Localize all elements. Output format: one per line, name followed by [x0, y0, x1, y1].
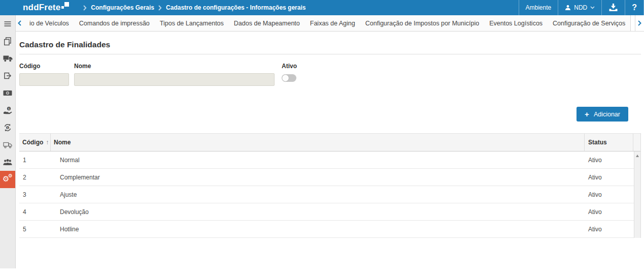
banknote-icon	[3, 90, 12, 96]
tab-tipo-de-veiculos[interactable]: io de Veículos	[24, 15, 74, 31]
user-label: NDD	[574, 4, 587, 11]
copy-pages-icon	[4, 37, 12, 46]
cell-nome: Complementar	[51, 169, 585, 186]
sidebar-item-logistics[interactable]	[0, 136, 15, 154]
chevron-right-icon	[83, 5, 87, 11]
app-header: nddFrete Configurações Gerais Cadastro d…	[0, 0, 644, 15]
tabs-scroll-left-button[interactable]	[16, 15, 23, 31]
cell-codigo: 2	[19, 169, 51, 186]
tabs-scroll-right-button[interactable]	[635, 15, 644, 31]
plus-icon: +	[585, 110, 589, 118]
sidebar-item-fleet[interactable]	[0, 50, 15, 67]
help-button[interactable]: ?	[625, 0, 644, 15]
adicionar-button[interactable]: + Adicionar	[577, 107, 628, 122]
cell-codigo: 4	[19, 203, 51, 220]
chevron-right-icon	[158, 5, 162, 11]
cell-codigo: 3	[19, 186, 51, 203]
column-header-nome[interactable]: Nome	[51, 134, 585, 151]
nome-label: Nome	[74, 63, 275, 70]
cell-status: Ativo	[585, 151, 640, 168]
sidebar-item-users[interactable]	[0, 154, 15, 171]
codigo-input[interactable]	[19, 73, 69, 86]
scroll-up-icon	[636, 155, 639, 157]
sort-ascending-icon: ↑	[46, 139, 49, 146]
header-scroll-spacer	[633, 134, 640, 151]
adicionar-label: Adicionar	[594, 111, 620, 118]
header-actions: Ambiente NDD ?	[519, 0, 644, 15]
sidebar-item-receivables[interactable]: $	[0, 102, 15, 119]
sidebar-item-money-exchange[interactable]: $	[0, 119, 15, 136]
table-row[interactable]: 1 Normal Ativo	[19, 151, 640, 169]
sidebar-item-billing[interactable]	[0, 84, 15, 102]
tab-impostos-por-municipio[interactable]: Configuração de Impostos por Município	[360, 15, 484, 31]
ambiente-button[interactable]: Ambiente	[519, 0, 558, 15]
cell-nome: Devolução	[51, 203, 585, 220]
ativo-label: Ativo	[282, 63, 297, 70]
ndd-logo-icon	[61, 2, 69, 10]
finalidade-form: Código Nome Ativo	[19, 63, 641, 86]
table-row[interactable]: 2 Complementar Ativo	[19, 169, 640, 186]
cell-nome: Normal	[51, 151, 585, 168]
cell-nome: Hotline	[51, 221, 585, 237]
svg-text:$: $	[8, 107, 10, 110]
breadcrumb: Configurações Gerais Cadastro de configu…	[83, 4, 306, 11]
download-icon	[608, 4, 618, 12]
caret-down-icon	[590, 6, 595, 9]
cell-codigo: 1	[19, 151, 51, 168]
user-menu-button[interactable]: NDD	[558, 0, 601, 15]
cell-status: Ativo	[585, 186, 640, 203]
breadcrumb-item-current: Cadastro de configurações - Informações …	[166, 4, 306, 11]
menu-icon	[4, 20, 12, 28]
users-icon	[3, 159, 12, 166]
table-body: 1 Normal Ativo 2 Complementar Ativo 3 Aj…	[19, 151, 640, 238]
truck-outline-icon	[3, 141, 13, 148]
ambiente-label: Ambiente	[526, 4, 552, 11]
truck-icon	[3, 55, 13, 62]
tab-configuracao-de-servicos[interactable]: Configuração de Serviços	[548, 15, 630, 31]
page-title: Cadastro de Finalidades	[19, 40, 641, 54]
tab-finalidades[interactable]: Finalidades	[630, 15, 635, 31]
table-row[interactable]: 4 Devolução Ativo	[19, 203, 640, 221]
cell-nome: Ajuste	[51, 186, 585, 203]
sidebar-item-export[interactable]	[0, 67, 15, 84]
toggle-knob	[282, 75, 289, 81]
tabs-strip: io de Veículos Comandos de impressão Tip…	[23, 15, 635, 31]
finalidades-table: Código ↑ Nome Status 1 Normal Ativo 2 Co…	[19, 133, 641, 238]
sidebar-toggle-menu[interactable]	[0, 15, 15, 33]
logo-text: nddFrete	[23, 1, 60, 14]
tab-comandos-de-impressao[interactable]: Comandos de impressão	[74, 15, 155, 31]
breadcrumb-item[interactable]: Configurações Gerais	[91, 4, 154, 11]
cell-status: Ativo	[585, 169, 640, 186]
help-icon: ?	[632, 3, 637, 12]
tab-faixas-de-aging[interactable]: Faixas de Aging	[305, 15, 360, 31]
tab-tipos-de-lancamentos[interactable]: Tipos de Lançamentos	[155, 15, 229, 31]
tab-eventos-logisticos[interactable]: Eventos Logísticos	[484, 15, 548, 31]
tab-bar: io de Veículos Comandos de impressão Tip…	[16, 15, 644, 32]
svg-text:$: $	[7, 126, 9, 129]
column-header-codigo[interactable]: Código ↑	[19, 134, 51, 151]
sidebar-item-settings[interactable]: ⚙⚙	[0, 171, 15, 188]
codigo-label: Código	[19, 63, 69, 70]
table-header-row: Código ↑ Nome Status	[19, 133, 640, 151]
money-refresh-icon: $	[4, 124, 12, 132]
table-row[interactable]: 3 Ajuste Ativo	[19, 186, 640, 203]
cell-status: Ativo	[585, 203, 640, 220]
sidebar-item-documents[interactable]	[0, 33, 15, 50]
tab-dados-de-mapeamento[interactable]: Dados de Mapeamento	[229, 15, 305, 31]
table-row[interactable]: 5 Hotline Ativo	[19, 221, 640, 238]
sidebar: $ $	[0, 15, 16, 268]
app-logo[interactable]: nddFrete	[23, 1, 69, 14]
download-button[interactable]	[601, 0, 625, 15]
coin-hand-icon: $	[3, 106, 12, 115]
cell-status: Ativo	[585, 221, 640, 237]
main-content: Cadastro de Finalidades Código Nome Ativ…	[16, 32, 644, 273]
column-header-status[interactable]: Status	[585, 134, 633, 151]
user-icon	[565, 5, 571, 11]
table-scrollbar[interactable]	[634, 151, 640, 238]
export-icon	[4, 72, 12, 80]
nome-input[interactable]	[74, 73, 275, 86]
gears-icon: ⚙⚙	[3, 174, 13, 185]
ativo-toggle[interactable]	[282, 74, 296, 82]
cell-codigo: 5	[19, 221, 51, 237]
